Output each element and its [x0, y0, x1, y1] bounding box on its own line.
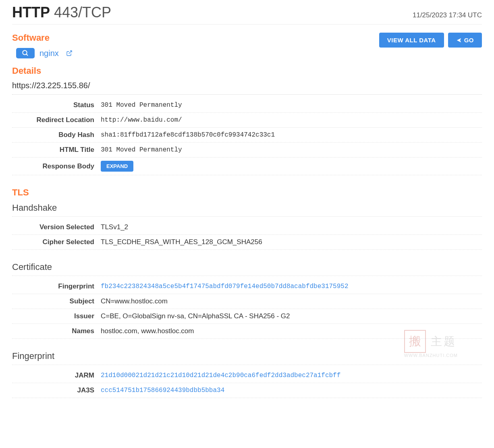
details-heading: Details [12, 66, 482, 76]
certificate-section: Certificate Fingerprint fb234c223824348a… [12, 262, 482, 339]
software-heading: Software [12, 33, 73, 43]
service-header: HTTP 443/TCP 11/25/2023 17:34 UTC [12, 4, 482, 25]
certificate-heading: Certificate [12, 262, 482, 276]
cipher-value: TLS_ECDHE_RSA_WITH_AES_128_GCM_SHA256 [101, 238, 262, 246]
search-icon-button[interactable] [16, 48, 35, 58]
redirect-key: Redirect Location [12, 116, 101, 124]
status-key: Status [12, 101, 101, 109]
redirect-value: http://www.baidu.com/ [101, 116, 182, 124]
version-key: Version Selected [12, 223, 101, 231]
svg-line-1 [26, 54, 28, 56]
service-title: HTTP 443/TCP [12, 4, 111, 21]
ja3s-value[interactable]: ccc514751b175866924439bdbb5bba34 [101, 387, 224, 394]
cert-fp-value[interactable]: fb234c223824348a5ce5b4f17475abdfd079fe14… [101, 283, 349, 290]
view-all-data-button[interactable]: VIEW ALL DATA [379, 33, 444, 48]
share-icon [456, 37, 462, 43]
htmltitle-key: HTML Title [12, 146, 101, 154]
names-key: Names [12, 327, 101, 335]
issuer-key: Issuer [12, 312, 101, 320]
tls-heading: TLS [12, 187, 482, 198]
timestamp: 11/25/2023 17:34 UTC [413, 11, 482, 19]
subject-value: CN=www.hostloc.com [101, 297, 168, 305]
fingerprint-section: Fingerprint JARM 21d10d00021d21d21c21d10… [12, 351, 482, 398]
version-value: TLSv1_2 [101, 223, 128, 231]
names-value: hostloc.com, www.hostloc.com [101, 327, 194, 335]
fingerprint-heading: Fingerprint [12, 351, 482, 365]
htmltitle-value: 301 Moved Permanently [101, 146, 182, 153]
tls-section: TLS Handshake Version Selected TLSv1_2 C… [12, 187, 482, 250]
bodyhash-key: Body Hash [12, 131, 101, 139]
ja3s-key: JA3S [12, 386, 101, 394]
respbody-key: Response Body [12, 162, 101, 170]
details-url: https://23.225.155.86/ [12, 81, 482, 95]
svg-line-2 [68, 51, 71, 54]
svg-point-0 [23, 50, 27, 55]
bodyhash-value: sha1:81ffbd1712afe8cdf138b570c0fc9934742… [101, 131, 275, 139]
status-value: 301 Moved Permanently [101, 102, 182, 109]
port-transport-label: 443/TCP [54, 4, 111, 21]
action-buttons: VIEW ALL DATA GO [379, 33, 482, 48]
external-link-icon[interactable] [66, 50, 73, 56]
jarm-value[interactable]: 21d10d00021d21d21c21d10d21d21de4c2b90ca6… [101, 372, 340, 379]
cipher-key: Cipher Selected [12, 238, 101, 246]
protocol-label: HTTP [12, 4, 50, 21]
software-section: Software nginx [12, 33, 73, 58]
handshake-heading: Handshake [12, 203, 482, 217]
software-name-link[interactable]: nginx [39, 49, 59, 58]
subject-key: Subject [12, 297, 101, 305]
go-button[interactable]: GO [448, 33, 482, 48]
jarm-key: JARM [12, 371, 101, 380]
details-section: Details https://23.225.155.86/ Status 30… [12, 66, 482, 175]
go-button-label: GO [464, 37, 474, 44]
issuer-value: C=BE, O=GlobalSign nv-sa, CN=AlphaSSL CA… [101, 312, 290, 320]
expand-button[interactable]: EXPAND [101, 161, 133, 172]
cert-fp-key: Fingerprint [12, 282, 101, 290]
